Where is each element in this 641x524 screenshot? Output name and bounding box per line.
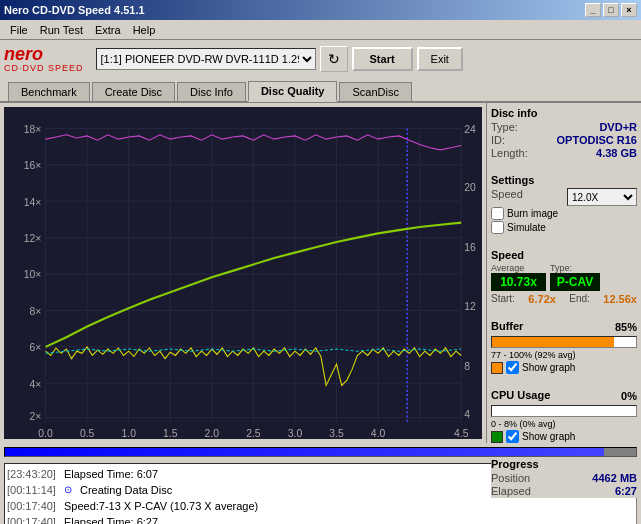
- cpu-show-graph-label: Show graph: [522, 431, 575, 442]
- buffer-show-graph-checkbox[interactable]: [506, 361, 519, 374]
- buffer-range: 77 - 100% (92% avg): [491, 350, 637, 360]
- progress-bar-inner: [5, 448, 604, 456]
- svg-text:0.5: 0.5: [80, 427, 95, 439]
- speed-setting-row: Speed 12.0X: [491, 188, 637, 206]
- elapsed-label: Elapsed: [491, 485, 531, 497]
- svg-text:4.0: 4.0: [371, 427, 386, 439]
- type-value: DVD+R: [599, 121, 637, 133]
- log-entry-2: [00:17:40] Speed:7-13 X P-CAV (10.73 X a…: [7, 498, 634, 514]
- buffer-percent: 85%: [615, 321, 637, 333]
- position-row: Position 4462 MB: [491, 472, 637, 484]
- close-button[interactable]: ×: [621, 3, 637, 17]
- cpu-bar-container: [491, 405, 637, 417]
- svg-text:18×: 18×: [24, 123, 42, 135]
- length-value: 4.38 GB: [596, 147, 637, 159]
- svg-text:2.5: 2.5: [246, 427, 261, 439]
- disc-length-row: Length: 4.38 GB: [491, 147, 637, 159]
- disc-id-row: ID: OPTODISC R16: [491, 134, 637, 146]
- svg-text:12×: 12×: [24, 232, 42, 244]
- simulate-checkbox[interactable]: [491, 221, 504, 234]
- svg-text:16×: 16×: [24, 159, 42, 171]
- chart-svg: 18× 16× 14× 12× 10× 8× 6× 4× 2× 24 20 16…: [4, 107, 482, 439]
- start-label: Start:: [491, 293, 515, 305]
- svg-text:4: 4: [464, 407, 470, 419]
- position-label: Position: [491, 472, 530, 484]
- minimize-button[interactable]: _: [585, 3, 601, 17]
- tab-benchmark[interactable]: Benchmark: [8, 82, 90, 101]
- progress-bar-outer: [4, 447, 637, 457]
- tab-scan-disc[interactable]: ScanDisc: [339, 82, 411, 101]
- buffer-color-swatch: [491, 362, 503, 374]
- svg-text:3.0: 3.0: [288, 427, 303, 439]
- burn-image-checkbox[interactable]: [491, 207, 504, 220]
- length-label: Length:: [491, 147, 528, 159]
- buffer-bar: [492, 337, 614, 347]
- logo-cdspeed: CD·DVD SPEED: [4, 63, 84, 73]
- log-entry-3: [00:17:40] Elapsed Time: 6:27: [7, 514, 634, 524]
- end-label: End:: [569, 293, 590, 305]
- svg-text:12: 12: [464, 300, 476, 312]
- window-controls: _ □ ×: [585, 3, 637, 17]
- speed-select[interactable]: 12.0X: [567, 188, 637, 206]
- toolbar: nero CD·DVD SPEED [1:1] PIONEER DVD-RW D…: [0, 40, 641, 78]
- svg-text:1.5: 1.5: [163, 427, 178, 439]
- type-speed-label: Type:: [550, 263, 600, 273]
- type-speed-value: P-CAV: [550, 273, 600, 291]
- menu-file[interactable]: File: [4, 22, 34, 38]
- tab-disc-info[interactable]: Disc Info: [177, 82, 246, 101]
- log-msg-3: Elapsed Time: 6:27: [64, 514, 158, 524]
- burn-image-row: Burn image: [491, 207, 637, 220]
- logo-nero: nero: [4, 45, 84, 63]
- position-value: 4462 MB: [592, 472, 637, 484]
- exit-button[interactable]: Exit: [417, 47, 463, 71]
- speed-title: Speed: [491, 249, 637, 261]
- log-time-0: [23:43:20]: [7, 466, 56, 482]
- svg-text:20: 20: [464, 180, 476, 192]
- svg-text:10×: 10×: [24, 268, 42, 280]
- cpu-show-graph-row: Show graph: [491, 430, 637, 443]
- end-value: 12.56x: [603, 293, 637, 305]
- log-msg-1: Creating Data Disc: [80, 482, 172, 498]
- settings-section: Settings Speed 12.0X Burn image Simulate: [491, 174, 637, 235]
- log-msg-0: Elapsed Time: 6:07: [64, 466, 158, 482]
- refresh-button[interactable]: ↻: [320, 46, 348, 72]
- start-button[interactable]: Start: [352, 47, 413, 71]
- cpu-range: 0 - 8% (0% avg): [491, 419, 637, 429]
- id-label: ID:: [491, 134, 505, 146]
- drive-select[interactable]: [1:1] PIONEER DVD-RW DVR-111D 1.29: [96, 48, 316, 70]
- menu-bar: File Run Test Extra Help: [0, 20, 641, 40]
- menu-extra[interactable]: Extra: [89, 22, 127, 38]
- app-title: Nero CD-DVD Speed 4.51.1: [4, 4, 145, 16]
- right-panel: Disc info Type: DVD+R ID: OPTODISC R16 L…: [486, 103, 641, 443]
- tab-disc-quality[interactable]: Disc Quality: [248, 81, 338, 102]
- disc-info-section: Disc info Type: DVD+R ID: OPTODISC R16 L…: [491, 107, 637, 160]
- burn-image-label: Burn image: [507, 208, 558, 219]
- svg-text:16: 16: [464, 240, 476, 252]
- svg-text:2×: 2×: [30, 410, 42, 422]
- log-time-1: [00:11:14]: [7, 482, 56, 498]
- log-time-2: [00:17:40]: [7, 498, 56, 514]
- cpu-title: CPU Usage: [491, 389, 550, 401]
- tab-create-disc[interactable]: Create Disc: [92, 82, 175, 101]
- svg-text:4×: 4×: [30, 377, 42, 389]
- buffer-title: Buffer: [491, 320, 523, 332]
- cpu-show-graph-checkbox[interactable]: [506, 430, 519, 443]
- average-value: 10.73x: [491, 273, 546, 291]
- svg-text:14×: 14×: [24, 195, 42, 207]
- speed-section: Speed Average 10.73x Type: P-CAV Start: …: [491, 249, 637, 306]
- progress-section: Progress Position 4462 MB Elapsed 6:27: [491, 458, 637, 498]
- menu-help[interactable]: Help: [127, 22, 162, 38]
- svg-text:24: 24: [464, 123, 476, 135]
- elapsed-value: 6:27: [615, 485, 637, 497]
- buffer-section: Buffer 85% 77 - 100% (92% avg) Show grap…: [491, 320, 637, 375]
- menu-run-test[interactable]: Run Test: [34, 22, 89, 38]
- svg-text:0.0: 0.0: [38, 427, 53, 439]
- start-speed-row: Start: 6.72x End: 12.56x: [491, 293, 637, 305]
- main-content: 18× 16× 14× 12× 10× 8× 6× 4× 2× 24 20 16…: [0, 103, 641, 443]
- title-bar: Nero CD-DVD Speed 4.51.1 _ □ ×: [0, 0, 641, 20]
- svg-text:1.0: 1.0: [121, 427, 136, 439]
- svg-text:4.5: 4.5: [454, 427, 469, 439]
- maximize-button[interactable]: □: [603, 3, 619, 17]
- elapsed-row: Elapsed 6:27: [491, 485, 637, 497]
- simulate-row: Simulate: [491, 221, 637, 234]
